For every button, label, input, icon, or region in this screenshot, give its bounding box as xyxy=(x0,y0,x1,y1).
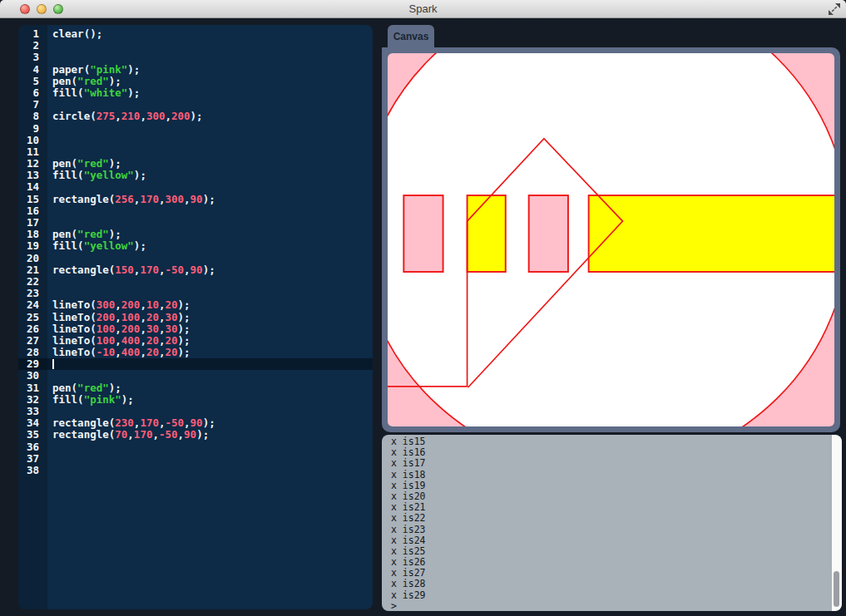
code-line[interactable]: 10 xyxy=(18,135,373,146)
code-line[interactable]: 32fill("pink"); xyxy=(18,394,373,406)
code-line[interactable]: 25lineTo(200,100,20,30); xyxy=(18,312,373,323)
code-line[interactable]: 2 xyxy=(18,40,373,52)
code-text: clear(); xyxy=(52,28,102,40)
code-line[interactable]: 11 xyxy=(18,146,373,158)
line-number: 20 xyxy=(18,253,39,264)
code-line[interactable]: 27lineTo(100,400,20,20); xyxy=(18,335,373,347)
code-line[interactable]: 28lineTo(-10,400,20,20); xyxy=(18,347,373,358)
code-line[interactable]: 31pen("red"); xyxy=(18,382,373,394)
code-text xyxy=(52,358,54,370)
line-number: 19 xyxy=(18,240,39,252)
line-number: 6 xyxy=(18,87,39,99)
code-line[interactable]: 3 xyxy=(18,52,373,63)
line-number: 9 xyxy=(18,123,39,135)
code-line[interactable]: 20 xyxy=(18,253,373,264)
line-number: 8 xyxy=(18,111,39,122)
line-number: 1 xyxy=(18,28,39,40)
code-line[interactable]: 9 xyxy=(18,123,373,135)
code-line[interactable]: 22 xyxy=(18,276,373,288)
tab-canvas[interactable]: Canvas xyxy=(388,25,434,48)
code-line[interactable]: 26lineTo(100,200,30,30); xyxy=(18,323,373,335)
line-number: 31 xyxy=(18,382,39,394)
console-line: x is18 xyxy=(391,470,829,480)
code-line[interactable]: 16 xyxy=(18,205,373,217)
line-number: 28 xyxy=(18,347,39,358)
code-text: lineTo(100,200,30,30); xyxy=(52,323,190,335)
canvas-shape-rect xyxy=(403,195,443,272)
line-number: 27 xyxy=(18,335,39,347)
canvas-shape-rect xyxy=(468,195,506,272)
code-line[interactable]: 7 xyxy=(18,99,373,111)
line-number: 32 xyxy=(18,394,39,406)
console-scrollbar-track[interactable] xyxy=(832,435,842,611)
code-line[interactable]: 13fill("yellow"); xyxy=(18,170,373,181)
spark-window: { "titlebar": { "title": "Spark" }, "ico… xyxy=(0,0,846,616)
code-text: pen("red"); xyxy=(52,229,121,240)
line-number: 38 xyxy=(18,465,39,476)
code-line[interactable]: 1clear(); xyxy=(18,28,373,40)
canvas-svg xyxy=(388,53,834,426)
text-cursor xyxy=(52,359,54,369)
line-number: 22 xyxy=(18,276,39,288)
console-line: x is16 xyxy=(391,447,829,458)
code-line[interactable]: 35rectangle(70,170,-50,90); xyxy=(18,429,373,441)
line-number: 14 xyxy=(18,181,39,193)
code-line[interactable]: 18pen("red"); xyxy=(18,229,373,240)
code-text: fill("yellow"); xyxy=(52,170,146,181)
console-line: x is15 xyxy=(391,436,829,447)
fullscreen-icon[interactable] xyxy=(829,3,840,15)
code-line[interactable]: 30 xyxy=(18,370,373,382)
code-text: rectangle(70,170,-50,90); xyxy=(52,429,209,441)
line-number: 26 xyxy=(18,323,39,335)
code-line[interactable]: 33 xyxy=(18,406,373,417)
code-line[interactable]: 24lineTo(300,200,10,20); xyxy=(18,299,373,311)
code-line[interactable]: 38 xyxy=(18,465,373,476)
line-number: 24 xyxy=(18,299,39,311)
code-line[interactable]: 19fill("yellow"); xyxy=(18,240,373,252)
code-line[interactable]: 14 xyxy=(18,181,373,193)
code-line[interactable]: 8circle(275,210,300,200); xyxy=(18,111,373,122)
line-number: 21 xyxy=(18,264,39,276)
console-line: x is28 xyxy=(391,579,829,589)
line-number: 18 xyxy=(18,229,39,240)
console-panel[interactable]: x is15x is16x is17x is18x is19x is20x is… xyxy=(382,435,842,611)
console-line: x is26 xyxy=(391,557,829,568)
line-number: 15 xyxy=(18,194,39,205)
code-text: rectangle(230,170,-50,90); xyxy=(52,417,215,429)
line-number: 3 xyxy=(18,52,39,63)
code-line[interactable]: 23 xyxy=(18,288,373,299)
line-number: 4 xyxy=(18,64,39,76)
code-line[interactable]: 17 xyxy=(18,217,373,229)
code-line[interactable]: 21rectangle(150,170,-50,90); xyxy=(18,264,373,276)
code-text: rectangle(256,170,300,90); xyxy=(52,194,215,205)
titlebar[interactable]: Spark xyxy=(0,0,846,18)
console-scrollbar-thumb[interactable] xyxy=(834,571,839,607)
code-line[interactable]: 36 xyxy=(18,441,373,453)
code-line[interactable]: 15rectangle(256,170,300,90); xyxy=(18,194,373,205)
console-line: x is21 xyxy=(391,502,829,513)
code-line[interactable]: 4paper("pink"); xyxy=(18,64,373,76)
line-number: 2 xyxy=(18,40,39,52)
code-editor[interactable]: 1clear();234paper("pink");5pen("red");6f… xyxy=(18,25,373,609)
line-number: 36 xyxy=(18,441,39,453)
code-line[interactable]: 34rectangle(230,170,-50,90); xyxy=(18,417,373,429)
code-text: pen("red"); xyxy=(52,382,121,394)
console-line: x is24 xyxy=(391,535,829,546)
canvas-shape-rect xyxy=(589,195,834,272)
console-line: x is20 xyxy=(391,491,829,502)
console-prompt[interactable]: > xyxy=(391,601,829,611)
line-number: 29 xyxy=(18,358,39,370)
code-text: lineTo(200,100,20,30); xyxy=(52,312,190,323)
code-line[interactable]: 29 xyxy=(18,358,373,370)
code-lines: 1clear();234paper("pink");5pen("red");6f… xyxy=(18,28,373,476)
console-line: x is17 xyxy=(391,458,829,469)
code-line[interactable]: 12pen("red"); xyxy=(18,158,373,170)
line-number: 37 xyxy=(18,453,39,465)
code-line[interactable]: 5pen("red"); xyxy=(18,76,373,87)
line-number: 33 xyxy=(18,406,39,417)
code-line[interactable]: 6fill("white"); xyxy=(18,87,373,99)
line-number: 5 xyxy=(18,76,39,87)
code-line[interactable]: 37 xyxy=(18,453,373,465)
line-number: 23 xyxy=(18,288,39,299)
code-text: lineTo(100,400,20,20); xyxy=(52,335,190,347)
